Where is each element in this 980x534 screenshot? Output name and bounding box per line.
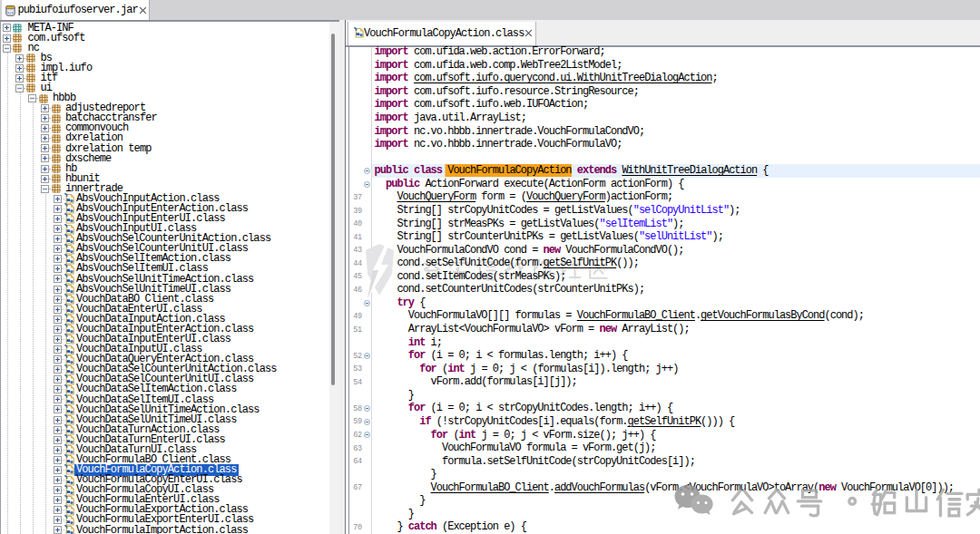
svg-text:010: 010: [7, 11, 13, 15]
